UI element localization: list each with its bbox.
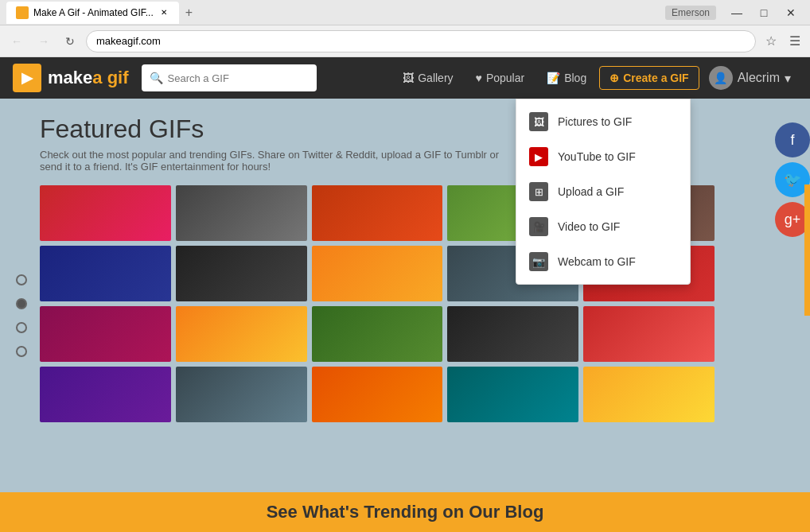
upload-icon: ⊞: [529, 182, 548, 201]
nav-popular[interactable]: ♥ Popular: [466, 67, 535, 89]
browser-menu-button[interactable]: ☰: [786, 30, 804, 52]
title-bar-right: Emerson — □ ✕: [665, 2, 804, 24]
gallery-label: Gallery: [418, 72, 453, 84]
logo-text: makea gif: [48, 68, 129, 88]
user-menu-button[interactable]: 👤 Alecrim ▾: [703, 63, 797, 93]
gif-cell-19[interactable]: [447, 367, 578, 422]
gif-cell-3[interactable]: [312, 185, 443, 241]
nav-gallery[interactable]: 🖼 Gallery: [393, 67, 462, 89]
youtube-to-gif-label: YouTube to GIF: [558, 150, 636, 163]
bottom-banner[interactable]: See What's Trending on Our Blog: [0, 492, 810, 532]
gif-cell-18[interactable]: [312, 367, 443, 422]
gif-cell-12[interactable]: [176, 306, 307, 362]
dropdown-item-pictures[interactable]: 🖼 Pictures to GIF: [516, 104, 690, 139]
create-label: Create a GIF: [623, 72, 688, 84]
upload-a-gif-label: Upload a GIF: [558, 185, 624, 198]
minimize-button[interactable]: —: [724, 2, 750, 24]
nav-container: ▶ makea gif 🔍 🖼 Gallery ♥ Popular 📝 Blog…: [0, 57, 810, 99]
video-icon: 🎥: [529, 217, 548, 236]
close-button[interactable]: ✕: [778, 2, 804, 24]
plus-icon: ⊕: [609, 72, 619, 84]
url-bar[interactable]: [86, 30, 756, 52]
gif-cell-14[interactable]: [447, 306, 578, 362]
trending-label: See What's Trending on Our Blog: [267, 502, 544, 522]
url-input[interactable]: [96, 35, 746, 47]
dropdown-item-video[interactable]: 🎥 Video to GIF: [516, 209, 690, 244]
avatar: 👤: [709, 66, 733, 90]
gallery-icon: 🖼: [403, 72, 414, 84]
new-tab-button[interactable]: +: [182, 6, 196, 20]
logo-icon: ▶: [13, 64, 41, 92]
pictures-icon: 🖼: [529, 112, 548, 131]
webcam-icon: 📷: [529, 252, 548, 271]
blog-label: Blog: [564, 72, 586, 84]
site-nav: ▶ makea gif 🔍 🖼 Gallery ♥ Popular 📝 Blog…: [0, 57, 810, 99]
carousel-dot-4[interactable]: [16, 346, 27, 357]
search-icon: 🔍: [150, 72, 163, 84]
create-gif-button[interactable]: ⊕ Create a GIF: [599, 66, 699, 90]
title-bar: Make A Gif - Animated GIF... ✕ + Emerson…: [0, 0, 810, 25]
carousel-dot-2[interactable]: [16, 298, 27, 309]
feedback-button-wrapper[interactable]: Give Us Your Feedback: [804, 184, 810, 316]
blog-icon: 📝: [547, 72, 560, 84]
video-to-gif-label: Video to GIF: [558, 220, 620, 233]
feedback-button[interactable]: Give Us Your Feedback: [804, 184, 810, 316]
gif-cell-7[interactable]: [176, 246, 307, 301]
google-plus-label: g+: [785, 212, 801, 228]
gif-cell-8[interactable]: [312, 246, 443, 301]
popular-label: Popular: [486, 72, 524, 84]
dropdown-item-youtube[interactable]: ▶ YouTube to GIF: [516, 139, 690, 174]
maximize-button[interactable]: □: [751, 2, 777, 24]
user-name: Alecrim: [738, 71, 780, 85]
gif-cell-6[interactable]: [40, 246, 171, 301]
back-button[interactable]: ←: [6, 32, 27, 51]
carousel-dot-1[interactable]: [16, 274, 27, 285]
dropdown-item-webcam[interactable]: 📷 Webcam to GIF: [516, 244, 690, 279]
nav-blog[interactable]: 📝 Blog: [537, 67, 596, 89]
gif-cell-20[interactable]: [583, 367, 715, 422]
search-input[interactable]: [168, 72, 309, 84]
tab-title: Make A Gif - Animated GIF...: [33, 7, 154, 18]
tab-favicon: [16, 6, 29, 19]
gif-cell-1[interactable]: [40, 185, 171, 241]
tab-close-button[interactable]: ✕: [158, 7, 169, 18]
gif-cell-2[interactable]: [176, 185, 307, 241]
carousel-dot-3[interactable]: [16, 322, 27, 333]
title-bar-left: Make A Gif - Animated GIF... ✕ +: [6, 2, 196, 24]
address-bar: ← → ↻ ☆ ☰: [0, 25, 810, 57]
gif-cell-13[interactable]: [312, 306, 443, 362]
pictures-to-gif-label: Pictures to GIF: [558, 115, 632, 128]
dropdown-item-upload[interactable]: ⊞ Upload a GIF: [516, 174, 690, 209]
chevron-down-icon: ▾: [785, 71, 791, 86]
gif-cell-16[interactable]: [40, 367, 171, 422]
featured-desc: Check out the most popular and trending …: [40, 149, 501, 173]
webcam-to-gif-label: Webcam to GIF: [558, 255, 636, 268]
feedback-wrapper: Give Us Your Feedback: [679, 305, 810, 326]
create-dropdown-menu: 🖼 Pictures to GIF ▶ YouTube to GIF ⊞ Upl…: [516, 99, 691, 285]
heart-icon: ♥: [476, 72, 482, 84]
window-user-label: Emerson: [665, 6, 716, 20]
facebook-label: f: [790, 132, 794, 149]
browser-tab[interactable]: Make A Gif - Animated GIF... ✕: [6, 2, 179, 24]
gif-cell-17[interactable]: [176, 367, 307, 422]
sidebar-dots: [16, 274, 27, 357]
logo[interactable]: ▶ makea gif: [13, 64, 129, 92]
bookmark-button[interactable]: ☆: [762, 30, 780, 52]
nav-links: 🖼 Gallery ♥ Popular 📝 Blog ⊕ Create a GI…: [393, 63, 797, 93]
twitter-label: 🐦: [784, 171, 801, 188]
facebook-icon[interactable]: f: [775, 122, 810, 157]
search-box[interactable]: 🔍: [142, 64, 317, 91]
refresh-button[interactable]: ↻: [60, 32, 80, 51]
youtube-icon: ▶: [529, 147, 548, 166]
forward-button[interactable]: →: [33, 32, 54, 51]
gif-cell-11[interactable]: [40, 306, 171, 362]
